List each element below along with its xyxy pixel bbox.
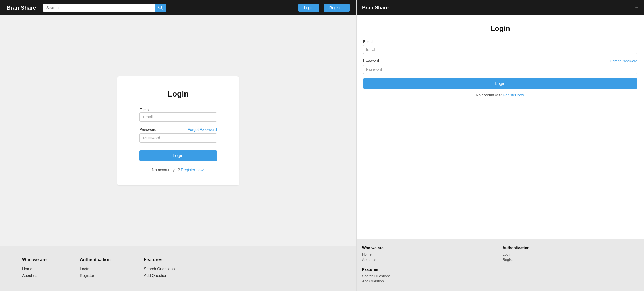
right-no-account-text: No account yet? Register now. — [363, 93, 637, 97]
forgot-password-link[interactable]: Forgot Password — [188, 127, 217, 132]
right-footer-features-title: Features — [362, 267, 638, 272]
right-footer-col1-title: Who we are — [362, 246, 498, 250]
right-password-group: Password Forgot Password — [363, 58, 637, 74]
right-footer-grid: Who we are Home About us Authentication … — [362, 246, 638, 263]
register-now-link[interactable]: Register now. — [181, 168, 204, 172]
right-email-group: E-mail — [363, 40, 637, 54]
footer-col1-title: Who we are — [22, 257, 47, 262]
search-button[interactable] — [155, 4, 166, 12]
right-forgot-password-link[interactable]: Forgot Password — [610, 59, 637, 63]
footer: Who we are Home About us Authentication … — [0, 246, 356, 291]
right-email-input[interactable] — [363, 45, 637, 54]
right-footer-features: Features Search Questions Add Question — [362, 267, 638, 283]
login-card: Login E-mail Password Forgot Password Lo… — [117, 76, 239, 185]
login-button[interactable]: Login — [139, 150, 217, 161]
password-header: Password Forgot Password — [139, 127, 217, 132]
right-password-input[interactable] — [363, 65, 637, 74]
right-login-button[interactable]: Login — [363, 78, 637, 89]
nav-login-button[interactable]: Login — [298, 4, 319, 12]
search-input[interactable] — [43, 4, 155, 12]
right-footer-col2-title: Authentication — [503, 246, 639, 250]
footer-who-we-are: Who we are Home About us — [22, 257, 47, 280]
right-footer-add-question-link[interactable]: Add Question — [362, 279, 638, 283]
footer-col3-title: Features — [144, 257, 175, 262]
right-login-title: Login — [363, 24, 637, 33]
footer-features: Features Search Questions Add Question — [144, 257, 175, 280]
right-main: Login E-mail Password Forgot Password Lo… — [357, 15, 644, 239]
right-footer-search-questions-link[interactable]: Search Questions — [362, 274, 638, 278]
right-register-now-link[interactable]: Register now. — [503, 93, 525, 97]
left-panel: BrainShare Login Register Login E-mail P… — [0, 0, 356, 291]
footer-register-link[interactable]: Register — [80, 273, 111, 278]
search-form — [43, 4, 166, 12]
navbar: BrainShare Login Register — [0, 0, 356, 15]
main-content: Login E-mail Password Forgot Password Lo… — [0, 15, 356, 246]
right-footer-login-link[interactable]: Login — [503, 252, 639, 256]
right-navbar: BrainShare ≡ — [357, 0, 644, 15]
email-input[interactable] — [139, 112, 217, 122]
hamburger-icon[interactable]: ≡ — [635, 5, 638, 11]
right-footer-home-link[interactable]: Home — [362, 252, 498, 256]
password-input[interactable] — [139, 133, 217, 143]
footer-about-link[interactable]: About us — [22, 273, 47, 278]
right-footer-about-link[interactable]: About us — [362, 258, 498, 262]
footer-add-question-link[interactable]: Add Question — [144, 273, 175, 278]
brand-logo: BrainShare — [7, 5, 36, 11]
search-icon — [158, 6, 163, 10]
email-label: E-mail — [139, 108, 151, 112]
no-account-text: No account yet? Register now. — [139, 168, 217, 172]
footer-authentication: Authentication Login Register — [80, 257, 111, 280]
right-footer-authentication: Authentication Login Register — [503, 246, 639, 263]
right-brand-logo: BrainShare — [362, 5, 389, 11]
password-label: Password — [139, 127, 156, 132]
footer-login-link[interactable]: Login — [80, 267, 111, 271]
password-group: Password Forgot Password — [139, 127, 217, 143]
footer-search-questions-link[interactable]: Search Questions — [144, 267, 175, 271]
right-footer: Who we are Home About us Authentication … — [357, 239, 644, 291]
footer-home-link[interactable]: Home — [22, 267, 47, 271]
email-group: E-mail — [139, 107, 217, 122]
footer-col2-title: Authentication — [80, 257, 111, 262]
right-panel: BrainShare ≡ Login E-mail Password Forgo… — [356, 0, 644, 291]
right-email-label: E-mail — [363, 40, 637, 44]
right-footer-register-link[interactable]: Register — [503, 258, 639, 262]
right-password-header: Password Forgot Password — [363, 58, 637, 64]
nav-register-button[interactable]: Register — [324, 4, 350, 12]
right-footer-who-we-are: Who we are Home About us — [362, 246, 498, 263]
right-password-label: Password — [363, 58, 379, 63]
login-title: Login — [139, 90, 217, 98]
